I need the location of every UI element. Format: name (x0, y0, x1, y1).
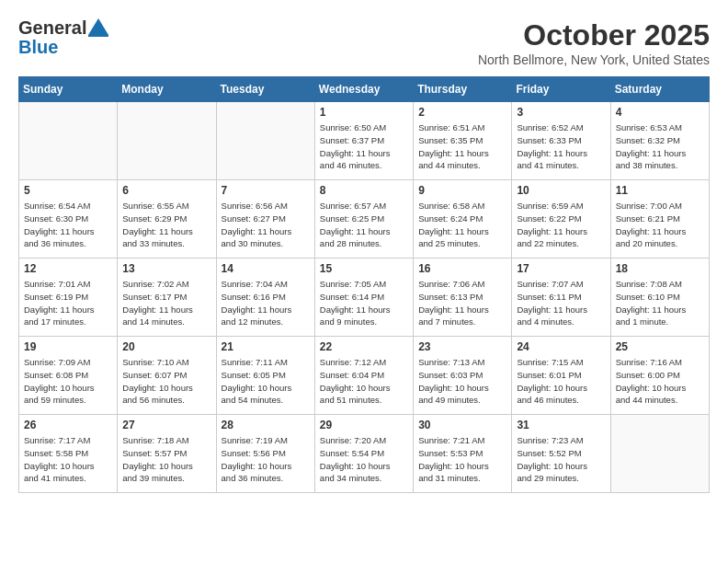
calendar-cell: 4Sunrise: 6:53 AM Sunset: 6:32 PM Daylig… (610, 102, 709, 180)
day-number: 31 (517, 419, 605, 431)
day-number: 8 (320, 184, 408, 197)
day-number: 24 (517, 340, 605, 353)
weekday-header-saturday: Saturday (610, 77, 709, 102)
day-number: 14 (222, 262, 310, 275)
calendar-cell: 21Sunrise: 7:11 AM Sunset: 6:05 PM Dayli… (216, 337, 314, 415)
day-number: 17 (517, 262, 605, 275)
calendar-cell: 7Sunrise: 6:56 AM Sunset: 6:27 PM Daylig… (216, 180, 314, 259)
day-number: 26 (24, 419, 112, 431)
calendar-cell: 14Sunrise: 7:04 AM Sunset: 6:16 PM Dayli… (216, 259, 314, 337)
day-info: Sunrise: 7:08 AM Sunset: 6:10 PM Dayligh… (616, 278, 704, 328)
logo-icon (88, 18, 108, 37)
calendar-cell: 22Sunrise: 7:12 AM Sunset: 6:04 PM Dayli… (314, 337, 413, 415)
calendar-cell: 26Sunrise: 7:17 AM Sunset: 5:58 PM Dayli… (19, 415, 118, 493)
day-info: Sunrise: 7:20 AM Sunset: 5:54 PM Dayligh… (320, 434, 408, 485)
calendar-cell: 25Sunrise: 7:16 AM Sunset: 6:00 PM Dayli… (610, 337, 709, 415)
calendar-cell (216, 102, 314, 180)
calendar-cell: 18Sunrise: 7:08 AM Sunset: 6:10 PM Dayli… (610, 259, 709, 337)
location: North Bellmore, New York, United States (478, 52, 710, 67)
calendar-cell: 13Sunrise: 7:02 AM Sunset: 6:17 PM Dayli… (118, 259, 216, 337)
day-number: 5 (24, 184, 112, 197)
day-info: Sunrise: 6:54 AM Sunset: 6:30 PM Dayligh… (24, 200, 112, 250)
logo-general: General (18, 18, 86, 37)
day-number: 20 (122, 340, 210, 353)
day-info: Sunrise: 7:06 AM Sunset: 6:13 PM Dayligh… (418, 278, 506, 328)
weekday-header-thursday: Thursday (414, 77, 512, 102)
day-number: 2 (418, 106, 506, 119)
day-info: Sunrise: 7:21 AM Sunset: 5:53 PM Dayligh… (418, 434, 506, 485)
weekday-header-monday: Monday (118, 77, 216, 102)
calendar-cell: 20Sunrise: 7:10 AM Sunset: 6:07 PM Dayli… (118, 337, 216, 415)
calendar-cell: 11Sunrise: 7:00 AM Sunset: 6:21 PM Dayli… (610, 180, 709, 259)
day-info: Sunrise: 7:07 AM Sunset: 6:11 PM Dayligh… (517, 278, 605, 328)
day-number: 4 (616, 106, 704, 119)
weekday-header-row: SundayMondayTuesdayWednesdayThursdayFrid… (19, 77, 710, 102)
day-info: Sunrise: 6:50 AM Sunset: 6:37 PM Dayligh… (320, 121, 408, 172)
svg-rect-1 (88, 35, 108, 37)
day-number: 15 (320, 262, 408, 275)
day-number: 18 (616, 262, 704, 275)
day-number: 7 (222, 184, 310, 197)
day-info: Sunrise: 6:57 AM Sunset: 6:25 PM Dayligh… (320, 200, 408, 250)
weekday-header-tuesday: Tuesday (216, 77, 314, 102)
calendar-cell: 27Sunrise: 7:18 AM Sunset: 5:57 PM Dayli… (118, 415, 216, 493)
day-info: Sunrise: 7:01 AM Sunset: 6:19 PM Dayligh… (24, 278, 112, 328)
calendar-cell: 12Sunrise: 7:01 AM Sunset: 6:19 PM Dayli… (19, 259, 118, 337)
calendar-cell: 19Sunrise: 7:09 AM Sunset: 6:08 PM Dayli… (19, 337, 118, 415)
calendar-cell: 28Sunrise: 7:19 AM Sunset: 5:56 PM Dayli… (216, 415, 314, 493)
day-info: Sunrise: 6:51 AM Sunset: 6:35 PM Dayligh… (418, 121, 506, 172)
day-info: Sunrise: 6:59 AM Sunset: 6:22 PM Dayligh… (517, 200, 605, 250)
day-info: Sunrise: 7:11 AM Sunset: 6:05 PM Dayligh… (222, 356, 310, 407)
page-header: General Blue October 2025 North Bellmore… (18, 18, 710, 67)
day-number: 3 (517, 106, 605, 119)
day-number: 9 (418, 184, 506, 197)
calendar-cell (610, 415, 709, 493)
day-info: Sunrise: 7:19 AM Sunset: 5:56 PM Dayligh… (222, 434, 310, 485)
day-number: 30 (418, 419, 506, 431)
day-info: Sunrise: 7:09 AM Sunset: 6:08 PM Dayligh… (24, 356, 112, 407)
calendar-cell: 31Sunrise: 7:23 AM Sunset: 5:52 PM Dayli… (512, 415, 610, 493)
day-number: 12 (24, 262, 112, 275)
calendar-cell: 23Sunrise: 7:13 AM Sunset: 6:03 PM Dayli… (414, 337, 512, 415)
calendar-cell (19, 102, 118, 180)
day-info: Sunrise: 7:13 AM Sunset: 6:03 PM Dayligh… (418, 356, 506, 407)
weekday-header-wednesday: Wednesday (314, 77, 413, 102)
calendar-week-row: 12Sunrise: 7:01 AM Sunset: 6:19 PM Dayli… (19, 259, 710, 337)
day-info: Sunrise: 6:55 AM Sunset: 6:29 PM Dayligh… (122, 200, 210, 250)
day-number: 16 (418, 262, 506, 275)
day-info: Sunrise: 7:04 AM Sunset: 6:16 PM Dayligh… (222, 278, 310, 328)
day-number: 6 (122, 184, 210, 197)
day-info: Sunrise: 7:10 AM Sunset: 6:07 PM Dayligh… (122, 356, 210, 407)
day-info: Sunrise: 7:12 AM Sunset: 6:04 PM Dayligh… (320, 356, 408, 407)
logo-blue: Blue (18, 37, 58, 57)
calendar-week-row: 5Sunrise: 6:54 AM Sunset: 6:30 PM Daylig… (19, 180, 710, 259)
day-info: Sunrise: 7:18 AM Sunset: 5:57 PM Dayligh… (122, 434, 210, 485)
day-number: 27 (122, 419, 210, 431)
day-number: 10 (517, 184, 605, 197)
weekday-header-sunday: Sunday (19, 77, 118, 102)
day-number: 25 (616, 340, 704, 353)
calendar-cell: 3Sunrise: 6:52 AM Sunset: 6:33 PM Daylig… (512, 102, 610, 180)
day-info: Sunrise: 7:00 AM Sunset: 6:21 PM Dayligh… (616, 200, 704, 250)
logo: General Blue (18, 18, 108, 58)
calendar-cell: 24Sunrise: 7:15 AM Sunset: 6:01 PM Dayli… (512, 337, 610, 415)
day-number: 1 (320, 106, 408, 119)
calendar-cell: 9Sunrise: 6:58 AM Sunset: 6:24 PM Daylig… (414, 180, 512, 259)
day-number: 29 (320, 419, 408, 431)
calendar-table: SundayMondayTuesdayWednesdayThursdayFrid… (18, 76, 710, 493)
calendar-cell: 30Sunrise: 7:21 AM Sunset: 5:53 PM Dayli… (414, 415, 512, 493)
calendar-cell: 1Sunrise: 6:50 AM Sunset: 6:37 PM Daylig… (314, 102, 413, 180)
month-title: October 2025 (478, 18, 710, 52)
day-info: Sunrise: 7:15 AM Sunset: 6:01 PM Dayligh… (517, 356, 605, 407)
day-info: Sunrise: 6:53 AM Sunset: 6:32 PM Dayligh… (616, 121, 704, 172)
day-info: Sunrise: 7:17 AM Sunset: 5:58 PM Dayligh… (24, 434, 112, 485)
calendar-cell: 10Sunrise: 6:59 AM Sunset: 6:22 PM Dayli… (512, 180, 610, 259)
svg-marker-0 (88, 18, 108, 35)
day-number: 11 (616, 184, 704, 197)
day-info: Sunrise: 7:05 AM Sunset: 6:14 PM Dayligh… (320, 278, 408, 328)
calendar-week-row: 1Sunrise: 6:50 AM Sunset: 6:37 PM Daylig… (19, 102, 710, 180)
day-number: 21 (222, 340, 310, 353)
calendar-cell: 16Sunrise: 7:06 AM Sunset: 6:13 PM Dayli… (414, 259, 512, 337)
day-info: Sunrise: 7:16 AM Sunset: 6:00 PM Dayligh… (616, 356, 704, 407)
calendar-cell: 6Sunrise: 6:55 AM Sunset: 6:29 PM Daylig… (118, 180, 216, 259)
